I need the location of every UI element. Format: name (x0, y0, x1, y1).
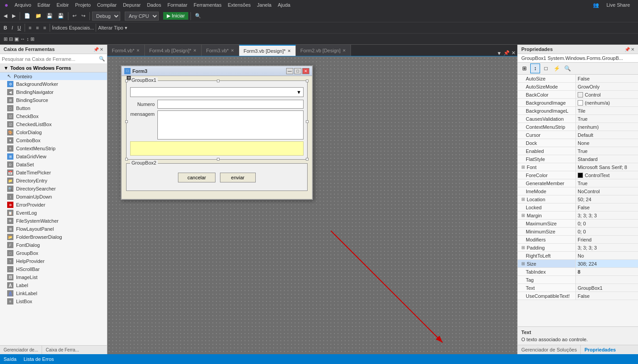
menu-projeto[interactable]: Projeto (72, 1, 93, 8)
toolbox-item-colordialog[interactable]: 🎨 ColorDialog (0, 128, 107, 136)
prop-backcolor[interactable]: BackColor Control (518, 91, 638, 99)
prop-usecompatibletext[interactable]: UseCompatibleText! False (518, 292, 638, 300)
form-minimize-btn[interactable]: — (286, 68, 293, 74)
open-btn[interactable]: 📁 (34, 12, 43, 20)
design-canvas-area[interactable]: □ Form3 — □ ✕ GroupBox1 (107, 56, 517, 354)
toolbox-close-btn[interactable]: ✕ (100, 47, 103, 52)
toolbox-item-datagridview[interactable]: ⊞ DataGridView (0, 152, 107, 161)
toolbox-item-directorysearcher[interactable]: 🔍 DirectorySearcher (0, 185, 107, 193)
prop-padding[interactable]: Padding 3; 3; 3; 3 (518, 244, 638, 252)
prop-location-value[interactable]: 50; 24 (576, 195, 638, 203)
prop-text[interactable]: Text GroupBox1 (518, 284, 638, 292)
prop-show-properties-btn[interactable]: □ (541, 63, 551, 73)
tab-propriedades[interactable]: Propriedades (581, 345, 619, 354)
menu-ajuda[interactable]: Ajuda (275, 1, 293, 8)
menu-extensoes[interactable]: Extensões (225, 1, 253, 8)
tab-form2design-close[interactable]: ✕ (342, 48, 346, 53)
toolbox-item-checkedlistbox[interactable]: ☑ CheckedListBox (0, 120, 107, 128)
toolbox-search-bar[interactable]: 🔍 (0, 54, 107, 64)
toolbox-item-imagelist[interactable]: 🖼 ImageList (0, 273, 107, 281)
toolbox-item-backgroundworker[interactable]: ⚙ BackgroundWorker (0, 80, 107, 88)
start-button[interactable]: ▶ Iniciar (163, 12, 188, 20)
handle-bl[interactable] (125, 158, 128, 161)
handle-tc[interactable] (217, 80, 220, 82)
prop-modifiers-value[interactable]: Friend (576, 236, 638, 243)
toolbox-item-listbox[interactable]: ≡ ListBox (0, 297, 107, 305)
tab-form4design[interactable]: Form4.vb [Design]* ✕ (145, 45, 202, 56)
toolbox-item-groupbox[interactable]: □ GroupBox (0, 249, 107, 257)
prop-forecolor-value[interactable]: ControlText (576, 171, 638, 179)
form-combobox-1[interactable]: ▼ (130, 87, 304, 97)
toolbox-item-errorprovider[interactable]: ⊗ ErrorProvider (0, 201, 107, 209)
menu-formatar[interactable]: Formatar (165, 1, 190, 8)
prop-autosize[interactable]: AutoSize False (518, 75, 638, 83)
form-close-btn[interactable]: ✕ (302, 68, 309, 74)
prop-minimumsize-value[interactable]: 0; 0 (576, 228, 638, 235)
tab-form3vb[interactable]: Form3.vb* ✕ (202, 45, 239, 56)
prop-size[interactable]: Size 308; 224 (518, 260, 638, 268)
prop-contextmenustrip-value[interactable]: (nenhum) (576, 123, 638, 131)
prop-backcolor-value[interactable]: Control (576, 91, 638, 98)
debug-dropdown[interactable]: Debug (92, 12, 120, 21)
highlighted-field[interactable] (130, 141, 304, 156)
save-all-btn[interactable]: 💾 (56, 12, 66, 20)
tab-close-btn[interactable]: ✕ (511, 50, 515, 56)
menu-ferramentas[interactable]: Ferramentas (191, 1, 224, 8)
btn-cancelar[interactable]: cancelar (178, 173, 215, 182)
prop-usecompatibletext-value[interactable]: False (576, 292, 638, 300)
prop-righttoleft-value[interactable]: No (576, 252, 638, 259)
prop-tag[interactable]: Tag (518, 276, 638, 284)
align-right-btn[interactable]: ≡ (42, 24, 48, 31)
toolbox-search-input[interactable] (2, 56, 99, 62)
prop-padding-value[interactable]: 3; 3; 3; 3 (576, 244, 638, 251)
menu-editar[interactable]: Editar (35, 1, 53, 8)
groupbox1[interactable]: GroupBox1 ✛ (126, 80, 308, 160)
form-maximize-btn[interactable]: □ (294, 68, 301, 74)
toolbox-item-contextmenustrip[interactable]: ≡ ContextMenuStrip (0, 144, 107, 152)
prop-contextmenustrip[interactable]: ContextMenuStrip (nenhum) (518, 123, 638, 131)
toolbox-item-datetimepicker[interactable]: 📅 DateTimePicker (0, 169, 107, 177)
toolbox-item-checkbox[interactable]: ☑ CheckBox (0, 112, 107, 120)
prop-tabindex-value[interactable]: 8 (576, 268, 638, 275)
toolbox-item-bindingsource[interactable]: ⊞ BindingSource (0, 96, 107, 104)
prop-modifiers[interactable]: Modifiers Friend (518, 236, 638, 244)
prop-flatstyle-value[interactable]: Standard (576, 155, 638, 163)
tab-menu-btn[interactable]: ▼ (497, 51, 502, 56)
handle-tr[interactable] (306, 80, 308, 82)
prop-forecolor[interactable]: ForeColor ControlText (518, 171, 638, 179)
prop-dock[interactable]: Dock None (518, 139, 638, 147)
prop-autosizemode[interactable]: AutoSizeMode GrowOnly (518, 83, 638, 91)
toolbox-item-linklabel[interactable]: A LinkLabel (0, 289, 107, 297)
align-center-btn[interactable]: ≡ (34, 24, 40, 31)
menu-janela[interactable]: Janela (254, 1, 274, 8)
tab-gerenciador[interactable]: Gerenciador de... (0, 346, 42, 354)
toolbox-item-hscrollbar[interactable]: ↔ HScrollBar (0, 265, 107, 273)
prop-margin[interactable]: Margin 3; 3; 3; 3 (518, 212, 638, 220)
toolbox-item-combobox[interactable]: ▼ ComboBox (0, 136, 107, 144)
tab-form4vb[interactable]: Form4.vb* ✕ (107, 45, 145, 56)
prop-generatemember-value[interactable]: True (576, 179, 638, 187)
toolbox-item-helpprovider[interactable]: ? HelpProvider (0, 257, 107, 265)
prop-maximumsize[interactable]: MaximumSize 0; 0 (518, 220, 638, 228)
form-designer-window[interactable]: □ Form3 — □ ✕ GroupBox1 (121, 65, 313, 200)
prop-imemode[interactable]: ImeMode NoControl (518, 187, 638, 195)
handle-tl[interactable] (125, 80, 128, 82)
prop-font[interactable]: Font Microsoft Sans Serif; 8 (518, 163, 638, 171)
prop-location[interactable]: Location 50; 24 (518, 195, 638, 203)
handle-bc[interactable] (217, 158, 220, 161)
bold-btn[interactable]: B (2, 24, 9, 31)
input-numero[interactable] (157, 100, 304, 109)
prop-autosize-value[interactable]: False (576, 75, 638, 82)
prop-dock-value[interactable]: None (576, 139, 638, 147)
back-button[interactable]: ◀ (2, 12, 9, 20)
toolbox-item-directoryentry[interactable]: 📁 DirectoryEntry (0, 177, 107, 185)
tab-gerenciador-solucoes[interactable]: Gerenciador de Soluções (518, 345, 581, 354)
prop-generatemember[interactable]: GenerateMember True (518, 179, 638, 187)
toolbox-item-flowlayoutpanel[interactable]: ⊞ FlowLayoutPanel (0, 225, 107, 233)
toolbox-item-ponteiro[interactable]: ↖ Ponteiro (0, 72, 107, 80)
prop-enabled-value[interactable]: True (576, 147, 638, 155)
prop-size-value[interactable]: 308; 224 (576, 260, 638, 267)
prop-righttoleft[interactable]: RightToLeft No (518, 252, 638, 260)
tab-form4design-close[interactable]: ✕ (193, 48, 197, 53)
search-icon[interactable]: 🔍 (193, 12, 203, 20)
